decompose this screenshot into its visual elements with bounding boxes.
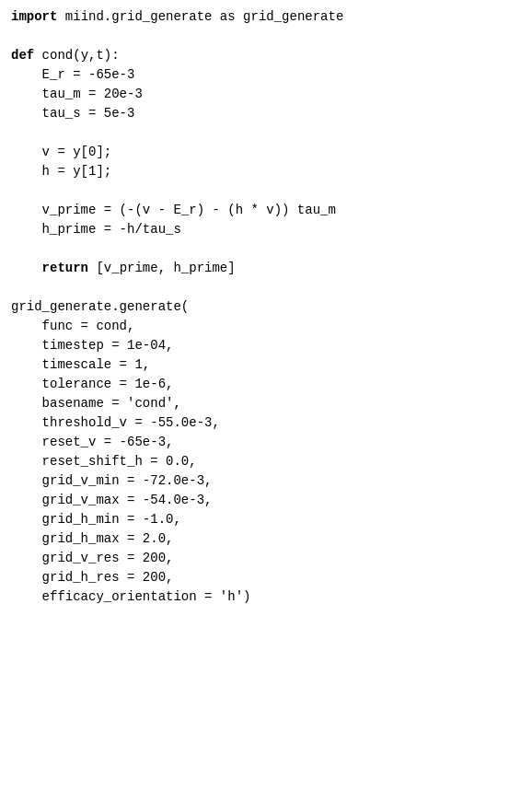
code-line: def cond(y,t): [11, 46, 521, 65]
code-token: v = y[0]; [11, 145, 111, 159]
code-token: grid_v_res = 200, [11, 551, 173, 565]
code-line: return [v_prime, h_prime] [11, 259, 521, 278]
code-token: tolerance = 1e-6, [11, 377, 173, 391]
code-token: cond(y,t): [34, 48, 119, 63]
code-token: [v_prime, h_prime] [88, 261, 236, 275]
code-token: miind.grid_generate [57, 9, 219, 24]
code-line: efficacy_orientation = 'h') [11, 587, 521, 607]
code-token: grid_v_max = -54.0e-3, [11, 493, 212, 507]
code-token: h = y[1]; [11, 164, 111, 179]
code-line: timestep = 1e-04, [11, 336, 521, 355]
code-line [11, 27, 521, 46]
code-line: v_prime = (-(v - E_r) - (h * v)) tau_m [11, 201, 521, 220]
code-line: grid_h_res = 200, [11, 568, 521, 587]
code-token: grid_generate [236, 9, 344, 24]
code-token: h_prime = -h/tau_s [11, 222, 181, 237]
code-block: import miind.grid_generate as grid_gener… [11, 7, 521, 607]
code-line: reset_v = -65e-3, [11, 433, 521, 452]
code-line: grid_v_max = -54.0e-3, [11, 491, 521, 510]
code-line: timescale = 1, [11, 355, 521, 375]
code-line: E_r = -65e-3 [11, 65, 521, 85]
code-token: timescale = 1, [11, 357, 150, 372]
code-token: grid_h_res = 200, [11, 570, 173, 585]
code-token: basename = 'cond', [11, 396, 181, 411]
code-line [11, 278, 521, 297]
code-line: threshold_v = -55.0e-3, [11, 413, 521, 433]
code-token: as [220, 9, 236, 24]
code-line [11, 239, 521, 259]
code-token: reset_shift_h = 0.0, [11, 454, 197, 469]
code-line [11, 123, 521, 143]
code-token: tau_m = 20e-3 [11, 87, 143, 101]
code-line: v = y[0]; [11, 143, 521, 162]
code-line: tolerance = 1e-6, [11, 375, 521, 394]
code-line: reset_shift_h = 0.0, [11, 452, 521, 471]
code-token: efficacy_orientation = 'h') [11, 589, 250, 604]
code-line: basename = 'cond', [11, 394, 521, 413]
code-token: grid_v_min = -72.0e-3, [11, 473, 212, 488]
code-token: func = cond, [11, 319, 134, 333]
code-line [11, 181, 521, 201]
code-token [11, 261, 42, 275]
code-token: reset_v = -65e-3, [11, 435, 173, 449]
code-token: threshold_v = -55.0e-3, [11, 415, 220, 430]
code-token: grid_generate.generate( [11, 299, 189, 314]
code-line: grid_generate.generate( [11, 297, 521, 317]
code-token: return [42, 261, 88, 275]
code-line: grid_h_max = 2.0, [11, 529, 521, 549]
code-token: grid_h_min = -1.0, [11, 512, 181, 527]
code-line: func = cond, [11, 317, 521, 336]
code-line: h = y[1]; [11, 162, 521, 181]
code-editor: import miind.grid_generate as grid_gener… [0, 0, 532, 790]
code-line: grid_h_min = -1.0, [11, 510, 521, 529]
code-token: grid_h_max = 2.0, [11, 531, 173, 546]
code-line: grid_v_min = -72.0e-3, [11, 471, 521, 491]
code-token: timestep = 1e-04, [11, 338, 173, 353]
code-line: tau_s = 5e-3 [11, 104, 521, 123]
code-token: tau_s = 5e-3 [11, 106, 134, 121]
code-token: v_prime = (-(v - E_r) - (h * v)) tau_m [11, 203, 336, 217]
code-line: import miind.grid_generate as grid_gener… [11, 7, 521, 27]
code-line: tau_m = 20e-3 [11, 85, 521, 104]
code-line: h_prime = -h/tau_s [11, 220, 521, 239]
code-token: def [11, 48, 34, 63]
code-token: import [11, 9, 57, 24]
code-line: grid_v_res = 200, [11, 549, 521, 568]
code-token: E_r = -65e-3 [11, 67, 134, 82]
